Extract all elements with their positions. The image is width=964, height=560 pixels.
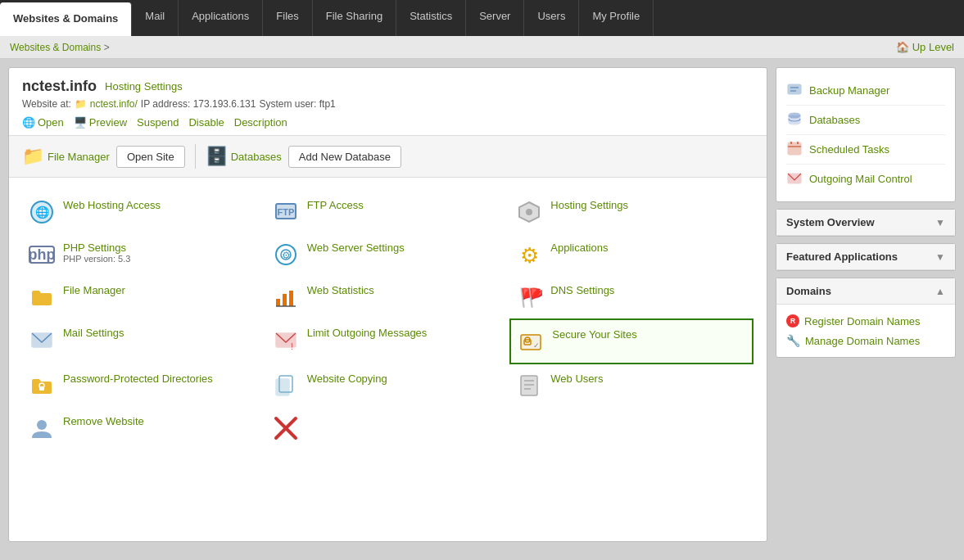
web-server-settings-link[interactable]: Web Server Settings (307, 242, 405, 254)
up-level-icon: 🏠 (896, 41, 909, 53)
system-overview-header[interactable]: System Overview ▼ (776, 210, 955, 236)
icon-web-users[interactable]: Remove Website (22, 407, 266, 449)
open-site-button[interactable]: Open Site (116, 146, 185, 168)
icon-secure-sites[interactable]: ✓ Secure Your Sites (509, 318, 754, 364)
svg-text:🚩: 🚩 (527, 287, 542, 309)
featured-apps-label: Featured Applications (786, 251, 898, 263)
featured-apps-header[interactable]: Featured Applications ▼ (776, 244, 955, 270)
remove-website-icon (273, 415, 299, 441)
ftp-access-link[interactable]: FTP Access (307, 199, 364, 211)
db-toolbar-icon: 🗄️ (206, 146, 228, 167)
dns-settings-label: DNS Settings (550, 284, 614, 296)
icon-website-copying[interactable]: Website Copying (266, 364, 510, 407)
icon-limit-outgoing[interactable]: ! Limit Outgoing Messages (266, 318, 510, 364)
logs-link[interactable]: Web Users (550, 373, 603, 385)
icon-ftp-access[interactable]: FTP FTP Access (266, 191, 510, 233)
outgoing-mail-icon (786, 169, 803, 188)
file-manager-toolbar-link[interactable]: 📁 File Manager (22, 146, 110, 167)
system-user-label: System user: ftp1 (259, 98, 335, 110)
applications-link[interactable]: Applications (550, 242, 608, 254)
tab-mail[interactable]: Mail (132, 0, 179, 36)
web-statistics-link[interactable]: Web Statistics (307, 284, 374, 296)
tab-statistics[interactable]: Statistics (396, 0, 466, 36)
website-copying-icon (273, 373, 299, 399)
sidebar-outgoing-mail: Outgoing Mail Control (786, 165, 945, 193)
icon-web-statistics[interactable]: Web Statistics (266, 276, 510, 318)
databases-sidebar-link[interactable]: Databases (809, 114, 860, 126)
preview-link[interactable]: 🖥️ Preview (74, 116, 127, 129)
website-copying-link[interactable]: Website Copying (307, 373, 387, 385)
backup-manager-icon (786, 81, 803, 100)
manage-domain-link[interactable]: Manage Domain Names (805, 335, 920, 347)
description-link[interactable]: Description (234, 116, 287, 129)
file-manager-link[interactable]: File Manager (63, 284, 125, 296)
mail-settings-label: Mail Settings (63, 327, 124, 339)
hosting-settings-icon-link[interactable]: Hosting Settings (550, 199, 628, 211)
svg-text:🌐: 🌐 (35, 205, 50, 219)
svg-text:⚙: ⚙ (281, 250, 290, 261)
center-panel: nctest.info Hosting Settings Website at:… (8, 67, 767, 542)
breadcrumb-bar: Websites & Domains > 🏠 Up Level (0, 36, 964, 59)
icon-web-server-settings[interactable]: ⚙ Web Server Settings (266, 233, 510, 276)
folder-icon-small: 📁 (75, 98, 87, 110)
limit-outgoing-link[interactable]: Limit Outgoing Messages (307, 327, 428, 339)
svg-text:!: ! (291, 342, 293, 351)
up-level-link[interactable]: 🏠 Up Level (896, 41, 954, 53)
domain-url-link[interactable]: nctest.info/ (90, 98, 138, 110)
tab-my-profile[interactable]: My Profile (579, 0, 654, 36)
tab-file-sharing[interactable]: File Sharing (313, 0, 396, 36)
disable-link[interactable]: Disable (188, 116, 224, 129)
backup-manager-link[interactable]: Backup Manager (809, 84, 889, 97)
register-domain-link[interactable]: Register Domain Names (804, 315, 921, 327)
icon-web-hosting-access[interactable]: 🌐 Web Hosting Access (22, 191, 266, 233)
suspend-link[interactable]: Suspend (137, 116, 179, 129)
hosting-settings-link[interactable]: Hosting Settings (105, 80, 183, 93)
icon-logs[interactable]: Web Users (509, 364, 754, 407)
icon-mail-settings[interactable]: Mail Settings (22, 318, 266, 364)
toolbar-divider (195, 144, 196, 169)
databases-toolbar-link[interactable]: 🗄️ Databases (206, 146, 282, 167)
icon-applications[interactable]: ⚙ Applications (509, 233, 754, 276)
password-dirs-link[interactable]: Password-Protected Directories (63, 373, 213, 385)
file-manager-icon (29, 284, 55, 310)
web-statistics-label: Web Statistics (307, 284, 374, 296)
dns-settings-link[interactable]: DNS Settings (550, 284, 614, 296)
tab-applications[interactable]: Applications (179, 0, 263, 36)
icon-remove-website[interactable] (266, 407, 510, 449)
tab-files[interactable]: Files (263, 0, 312, 36)
icon-password-dirs[interactable]: Password-Protected Directories (22, 364, 266, 407)
website-copying-label: Website Copying (307, 373, 387, 385)
svg-rect-12 (283, 294, 287, 306)
domains-label: Domains (786, 285, 831, 297)
limit-outgoing-icon: ! (273, 327, 299, 353)
scheduled-tasks-link[interactable]: Scheduled Tasks (809, 143, 889, 156)
add-new-database-button[interactable]: Add New Database (288, 146, 401, 168)
sidebar-scheduled-tasks: Scheduled Tasks (786, 135, 945, 165)
domain-name: nctest.info (22, 78, 97, 95)
sidebar-featured-apps: Featured Applications ▼ (776, 243, 956, 271)
domains-header[interactable]: Domains ▲ (776, 278, 955, 305)
tab-websites-domains[interactable]: Websites & Domains (0, 2, 132, 36)
mail-settings-link[interactable]: Mail Settings (63, 327, 124, 339)
php-settings-label: PHP Settings PHP version: 5.3 (63, 242, 130, 264)
logs-label: Web Users (550, 373, 603, 385)
empty-cell (509, 407, 754, 449)
tab-server[interactable]: Server (466, 0, 524, 36)
open-icon: 🌐 (22, 116, 35, 129)
php-settings-link[interactable]: PHP Settings (63, 242, 126, 254)
icon-dns-settings[interactable]: 🚩🚩 DNS Settings (509, 276, 754, 318)
svg-rect-28 (521, 376, 537, 395)
outgoing-mail-link[interactable]: Outgoing Mail Control (809, 173, 912, 185)
secure-sites-label: Secure Your Sites (552, 328, 636, 341)
applications-icon: ⚙ (516, 242, 542, 268)
breadcrumb-link[interactable]: Websites & Domains (10, 42, 101, 53)
tab-users[interactable]: Users (524, 0, 579, 36)
featured-apps-chevron: ▼ (935, 251, 945, 263)
icon-hosting-settings[interactable]: Hosting Settings (509, 191, 754, 233)
icon-php-settings[interactable]: php PHP Settings PHP version: 5.3 (22, 233, 266, 276)
web-hosting-access-link[interactable]: Web Hosting Access (63, 199, 161, 211)
open-link[interactable]: 🌐 Open (22, 116, 64, 129)
web-users-link[interactable]: Remove Website (63, 415, 144, 427)
secure-sites-link[interactable]: Secure Your Sites (552, 328, 636, 341)
icon-file-manager[interactable]: File Manager (22, 276, 266, 318)
